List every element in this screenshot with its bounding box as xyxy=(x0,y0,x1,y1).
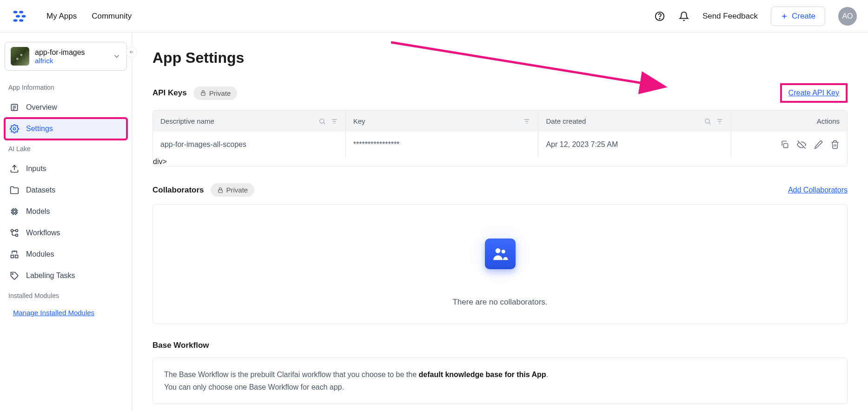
col-label: Descriptive name xyxy=(160,117,214,125)
svg-rect-36 xyxy=(201,93,205,95)
sidebar: app-for-images alfrick App Information O… xyxy=(0,33,132,411)
modules-icon xyxy=(9,249,20,259)
svg-point-29 xyxy=(11,230,13,232)
col-label: Actions xyxy=(817,117,840,125)
svg-point-34 xyxy=(14,251,15,252)
nav-community[interactable]: Community xyxy=(92,12,132,21)
cell-name: app-for-images-all-scopes xyxy=(153,132,346,158)
cpu-icon xyxy=(9,206,20,217)
sidebar-item-inputs[interactable]: Inputs xyxy=(5,158,127,179)
app-selector[interactable]: app-for-images alfrick xyxy=(5,42,127,71)
svg-rect-32 xyxy=(11,255,14,258)
sidebar-item-label: Overview xyxy=(26,103,57,112)
filter-icon[interactable] xyxy=(331,118,338,125)
svg-point-7 xyxy=(19,19,23,21)
send-feedback-link[interactable]: Send Feedback xyxy=(702,12,758,21)
manage-installed-modules-link[interactable]: Manage Installed Modules xyxy=(5,305,103,320)
svg-point-6 xyxy=(13,19,18,21)
col-name[interactable]: Descriptive name xyxy=(153,111,346,132)
sidebar-item-modules[interactable]: Modules xyxy=(5,244,127,265)
svg-point-45 xyxy=(705,119,709,123)
sidebar-item-overview[interactable]: Overview xyxy=(5,97,127,118)
create-button[interactable]: Create xyxy=(771,7,825,26)
folder-icon xyxy=(9,185,20,195)
col-label: Key xyxy=(353,117,365,125)
page-title: App Settings xyxy=(152,49,848,66)
sidebar-item-models[interactable]: Models xyxy=(5,201,127,222)
table-header: Descriptive name Key Date created xyxy=(153,111,847,132)
svg-line-38 xyxy=(324,123,325,124)
people-icon xyxy=(485,239,516,269)
topbar: My Apps Community Send Feedback Create A… xyxy=(0,0,868,33)
search-icon[interactable] xyxy=(318,118,326,125)
gear-icon xyxy=(9,124,20,134)
trash-icon[interactable] xyxy=(830,140,840,149)
filter-icon[interactable] xyxy=(523,118,530,125)
svg-point-30 xyxy=(16,234,18,237)
topbar-right: Send Feedback Create AO xyxy=(654,7,857,26)
sidebar-item-label: Workflows xyxy=(26,229,60,237)
svg-point-5 xyxy=(22,15,26,17)
svg-point-37 xyxy=(319,119,324,123)
api-keys-heading: API Keys xyxy=(152,88,187,98)
base-workflow-box: The Base Workflow is the prebuilt Clarif… xyxy=(152,358,848,404)
add-collaborators-link[interactable]: Add Collaborators xyxy=(788,186,848,194)
sidebar-item-labeling[interactable]: Labeling Tasks xyxy=(5,265,127,286)
filter-icon[interactable] xyxy=(716,118,723,125)
col-date[interactable]: Date created xyxy=(538,111,731,132)
tag-icon xyxy=(9,271,20,281)
table-row: app-for-images-all-scopes **************… xyxy=(153,132,847,166)
sidebar-item-label: Modules xyxy=(26,250,54,259)
sidebar-item-label: Datasets xyxy=(26,186,55,194)
cell-actions xyxy=(731,132,847,158)
bell-icon[interactable] xyxy=(678,11,689,22)
svg-rect-19 xyxy=(12,209,17,214)
sidebar-item-label: Models xyxy=(26,207,50,216)
svg-point-2 xyxy=(13,11,18,13)
app-selector-user: alfrick xyxy=(35,57,107,65)
help-icon[interactable] xyxy=(654,11,665,22)
sidebar-section-ai-lake: AI Lake xyxy=(5,143,127,154)
svg-point-54 xyxy=(501,250,505,253)
svg-point-4 xyxy=(16,15,20,17)
copy-icon[interactable] xyxy=(780,140,789,149)
svg-rect-20 xyxy=(13,211,16,213)
collaborators-empty-state: There are no collaborators. xyxy=(152,204,848,324)
sidebar-collapse-button[interactable] xyxy=(126,46,137,58)
search-icon[interactable] xyxy=(704,118,711,125)
sidebar-item-label: Inputs xyxy=(26,165,46,173)
svg-rect-50 xyxy=(784,144,788,148)
nav-my-apps[interactable]: My Apps xyxy=(46,12,77,21)
sidebar-item-workflows[interactable]: Workflows xyxy=(5,222,127,244)
chevron-down-icon xyxy=(113,52,121,60)
svg-point-53 xyxy=(495,248,500,253)
sidebar-section-installed: Installed Modules xyxy=(5,290,127,301)
svg-line-46 xyxy=(709,123,710,124)
eye-off-icon[interactable] xyxy=(797,140,806,149)
api-keys-table: Descriptive name Key Date created xyxy=(152,110,848,166)
svg-rect-52 xyxy=(218,190,222,192)
lock-icon xyxy=(217,187,224,193)
collaborators-icon-wrap xyxy=(468,221,533,286)
create-api-key-link[interactable]: Create API Key xyxy=(788,89,839,97)
col-key[interactable]: Key xyxy=(346,111,539,132)
lock-icon xyxy=(200,90,206,96)
main-content: App Settings API Keys Private Create API… xyxy=(132,33,868,411)
bw-text-1c: . xyxy=(546,371,548,378)
sidebar-section-app-info: App Information xyxy=(5,82,127,93)
svg-rect-33 xyxy=(15,255,18,258)
collaborators-heading: Collaborators xyxy=(152,186,204,195)
col-label: Date created xyxy=(546,117,586,125)
sidebar-item-datasets[interactable]: Datasets xyxy=(5,179,127,201)
cell-key: **************** xyxy=(346,132,539,158)
app-selector-name: app-for-images xyxy=(35,48,107,57)
svg-point-17 xyxy=(13,128,16,130)
cell-date: Apr 12, 2023 7:25 AM xyxy=(538,132,731,158)
arrow-left-icon xyxy=(129,49,134,55)
logo[interactable] xyxy=(11,8,28,25)
sidebar-item-settings[interactable]: Settings xyxy=(5,118,127,139)
edit-icon[interactable] xyxy=(814,140,823,149)
bw-text-2: You can only choose one Base Workflow fo… xyxy=(164,381,836,393)
avatar[interactable]: AO xyxy=(838,7,857,26)
create-api-key-highlight: Create API Key xyxy=(780,83,848,103)
